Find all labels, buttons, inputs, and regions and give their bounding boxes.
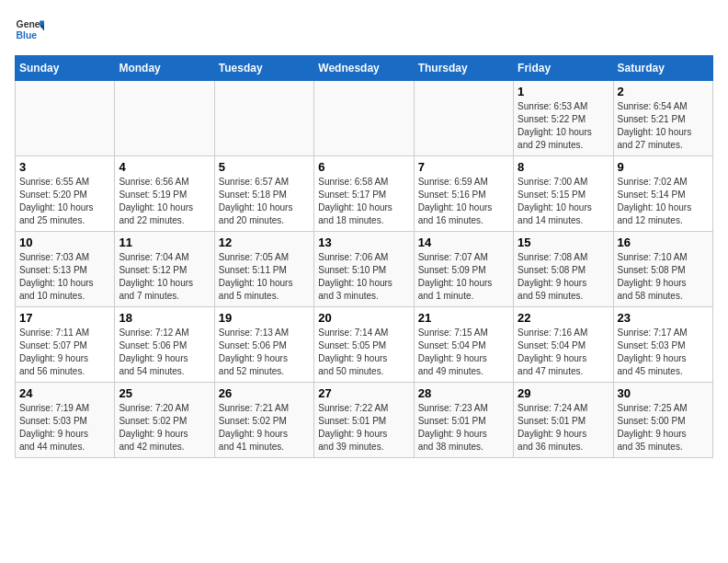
day-number: 15: [518, 236, 609, 249]
day-info: Sunrise: 6:56 AM Sunset: 5:19 PM Dayligh…: [119, 176, 210, 227]
calendar-day-14: 14Sunrise: 7:07 AM Sunset: 5:09 PM Dayli…: [414, 232, 513, 307]
calendar-day-18: 18Sunrise: 7:12 AM Sunset: 5:06 PM Dayli…: [115, 307, 214, 383]
day-info: Sunrise: 7:20 AM Sunset: 5:02 PM Dayligh…: [119, 402, 210, 454]
day-number: 16: [618, 236, 709, 249]
calendar-day-20: 20Sunrise: 7:14 AM Sunset: 5:05 PM Dayli…: [314, 307, 414, 383]
weekday-header-sunday: Sunday: [16, 56, 115, 81]
day-number: 11: [119, 236, 210, 249]
day-number: 8: [518, 160, 609, 174]
calendar-day-9: 9Sunrise: 7:02 AM Sunset: 5:14 PM Daylig…: [613, 156, 712, 232]
logo-icon: General Blue: [15, 15, 44, 44]
calendar-day-13: 13Sunrise: 7:06 AM Sunset: 5:10 PM Dayli…: [314, 232, 414, 307]
day-info: Sunrise: 6:57 AM Sunset: 5:18 PM Dayligh…: [219, 176, 310, 227]
weekday-header-saturday: Saturday: [613, 56, 712, 81]
calendar-day-27: 27Sunrise: 7:22 AM Sunset: 5:01 PM Dayli…: [314, 383, 414, 458]
calendar-day-22: 22Sunrise: 7:16 AM Sunset: 5:04 PM Dayli…: [514, 307, 613, 383]
day-info: Sunrise: 7:16 AM Sunset: 5:04 PM Dayligh…: [518, 327, 609, 378]
day-number: 20: [318, 311, 409, 325]
calendar-day-16: 16Sunrise: 7:10 AM Sunset: 5:08 PM Dayli…: [613, 232, 712, 307]
weekday-header-thursday: Thursday: [414, 56, 513, 81]
day-info: Sunrise: 6:54 AM Sunset: 5:21 PM Dayligh…: [618, 100, 709, 152]
calendar-day-23: 23Sunrise: 7:17 AM Sunset: 5:03 PM Dayli…: [613, 307, 712, 383]
day-info: Sunrise: 7:23 AM Sunset: 5:01 PM Dayligh…: [418, 402, 509, 454]
day-info: Sunrise: 6:59 AM Sunset: 5:16 PM Dayligh…: [418, 176, 509, 227]
calendar-day-25: 25Sunrise: 7:20 AM Sunset: 5:02 PM Dayli…: [115, 383, 214, 458]
weekday-header-monday: Monday: [115, 56, 214, 81]
calendar-week-row: 10Sunrise: 7:03 AM Sunset: 5:13 PM Dayli…: [16, 232, 713, 307]
day-info: Sunrise: 7:11 AM Sunset: 5:07 PM Dayligh…: [19, 327, 110, 378]
day-info: Sunrise: 7:15 AM Sunset: 5:04 PM Dayligh…: [418, 327, 509, 378]
calendar-table: SundayMondayTuesdayWednesdayThursdayFrid…: [15, 55, 713, 458]
calendar-day-2: 2Sunrise: 6:54 AM Sunset: 5:21 PM Daylig…: [613, 81, 712, 156]
day-info: Sunrise: 7:05 AM Sunset: 5:11 PM Dayligh…: [219, 251, 310, 303]
day-info: Sunrise: 7:21 AM Sunset: 5:02 PM Dayligh…: [219, 402, 310, 454]
calendar-day-empty: [214, 81, 313, 156]
day-number: 6: [318, 160, 409, 174]
svg-text:Blue: Blue: [17, 30, 38, 40]
calendar-day-10: 10Sunrise: 7:03 AM Sunset: 5:13 PM Dayli…: [16, 232, 115, 307]
day-info: Sunrise: 7:14 AM Sunset: 5:05 PM Dayligh…: [318, 327, 409, 378]
day-info: Sunrise: 6:55 AM Sunset: 5:20 PM Dayligh…: [19, 176, 110, 227]
day-info: Sunrise: 6:58 AM Sunset: 5:17 PM Dayligh…: [318, 176, 409, 227]
day-number: 9: [618, 160, 709, 174]
day-number: 24: [19, 386, 110, 400]
day-info: Sunrise: 7:03 AM Sunset: 5:13 PM Dayligh…: [19, 251, 110, 303]
day-number: 29: [518, 386, 609, 400]
header: General Blue: [15, 15, 713, 44]
calendar-day-26: 26Sunrise: 7:21 AM Sunset: 5:02 PM Dayli…: [214, 383, 313, 458]
day-info: Sunrise: 7:08 AM Sunset: 5:08 PM Dayligh…: [518, 251, 609, 303]
day-number: 19: [219, 311, 310, 325]
day-info: Sunrise: 7:00 AM Sunset: 5:15 PM Dayligh…: [518, 176, 609, 227]
calendar-day-empty: [16, 81, 115, 156]
day-number: 2: [618, 85, 709, 98]
day-number: 21: [418, 311, 509, 325]
weekday-header-tuesday: Tuesday: [214, 56, 313, 81]
calendar-day-6: 6Sunrise: 6:58 AM Sunset: 5:17 PM Daylig…: [314, 156, 414, 232]
day-info: Sunrise: 6:53 AM Sunset: 5:22 PM Dayligh…: [518, 100, 609, 152]
calendar-day-28: 28Sunrise: 7:23 AM Sunset: 5:01 PM Dayli…: [414, 383, 513, 458]
day-number: 7: [418, 160, 509, 174]
day-number: 22: [518, 311, 609, 325]
day-info: Sunrise: 7:10 AM Sunset: 5:08 PM Dayligh…: [618, 251, 709, 303]
calendar-day-empty: [314, 81, 414, 156]
day-number: 30: [618, 386, 709, 400]
calendar-week-row: 1Sunrise: 6:53 AM Sunset: 5:22 PM Daylig…: [16, 81, 713, 156]
day-info: Sunrise: 7:25 AM Sunset: 5:00 PM Dayligh…: [618, 402, 709, 454]
day-info: Sunrise: 7:04 AM Sunset: 5:12 PM Dayligh…: [119, 251, 210, 303]
calendar-day-1: 1Sunrise: 6:53 AM Sunset: 5:22 PM Daylig…: [514, 81, 613, 156]
calendar-day-21: 21Sunrise: 7:15 AM Sunset: 5:04 PM Dayli…: [414, 307, 513, 383]
day-number: 18: [119, 311, 210, 325]
day-number: 27: [318, 386, 409, 400]
day-number: 5: [219, 160, 310, 174]
logo: General Blue: [15, 15, 48, 44]
calendar-day-29: 29Sunrise: 7:24 AM Sunset: 5:01 PM Dayli…: [514, 383, 613, 458]
calendar-day-7: 7Sunrise: 6:59 AM Sunset: 5:16 PM Daylig…: [414, 156, 513, 232]
day-number: 26: [219, 386, 310, 400]
calendar-day-11: 11Sunrise: 7:04 AM Sunset: 5:12 PM Dayli…: [115, 232, 214, 307]
day-number: 23: [618, 311, 709, 325]
weekday-header-friday: Friday: [514, 56, 613, 81]
calendar-day-30: 30Sunrise: 7:25 AM Sunset: 5:00 PM Dayli…: [613, 383, 712, 458]
day-info: Sunrise: 7:12 AM Sunset: 5:06 PM Dayligh…: [119, 327, 210, 378]
day-number: 28: [418, 386, 509, 400]
day-info: Sunrise: 7:17 AM Sunset: 5:03 PM Dayligh…: [618, 327, 709, 378]
day-number: 13: [318, 236, 409, 249]
calendar-day-17: 17Sunrise: 7:11 AM Sunset: 5:07 PM Dayli…: [16, 307, 115, 383]
day-number: 12: [219, 236, 310, 249]
day-number: 25: [119, 386, 210, 400]
calendar-day-12: 12Sunrise: 7:05 AM Sunset: 5:11 PM Dayli…: [214, 232, 313, 307]
day-info: Sunrise: 7:02 AM Sunset: 5:14 PM Dayligh…: [618, 176, 709, 227]
calendar-day-15: 15Sunrise: 7:08 AM Sunset: 5:08 PM Dayli…: [514, 232, 613, 307]
calendar-week-row: 17Sunrise: 7:11 AM Sunset: 5:07 PM Dayli…: [16, 307, 713, 383]
day-number: 17: [19, 311, 110, 325]
day-number: 1: [518, 85, 609, 98]
day-number: 10: [19, 236, 110, 249]
day-info: Sunrise: 7:13 AM Sunset: 5:06 PM Dayligh…: [219, 327, 310, 378]
calendar-day-4: 4Sunrise: 6:56 AM Sunset: 5:19 PM Daylig…: [115, 156, 214, 232]
day-number: 4: [119, 160, 210, 174]
weekday-header-row: SundayMondayTuesdayWednesdayThursdayFrid…: [16, 56, 713, 81]
calendar-day-24: 24Sunrise: 7:19 AM Sunset: 5:03 PM Dayli…: [16, 383, 115, 458]
day-info: Sunrise: 7:07 AM Sunset: 5:09 PM Dayligh…: [418, 251, 509, 303]
calendar-day-19: 19Sunrise: 7:13 AM Sunset: 5:06 PM Dayli…: [214, 307, 313, 383]
day-number: 3: [19, 160, 110, 174]
